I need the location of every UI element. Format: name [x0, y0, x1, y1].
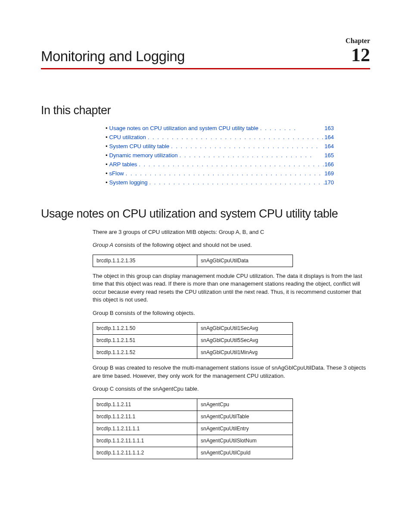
paragraph: Group C consists of the snAgentCpu table… — [93, 385, 370, 393]
toc-leader: . . . . . . . . . . . . . . . . . . . . … — [169, 143, 324, 149]
toc-leader: . . . . . . . . . . . . . . . . . . . . … — [178, 152, 325, 159]
paragraph: Group B consists of the following object… — [93, 309, 370, 317]
group-a-text: consists of the following object and sho… — [113, 242, 252, 248]
table-row: brcdIp.1.1.2.1.52 snAgGblCpuUtil1MinAvg — [93, 347, 293, 359]
toc-link[interactable]: CPU utilization — [109, 134, 146, 140]
cell-oid: brcdIp.1.1.2.11.1 — [93, 411, 197, 423]
table-row: brcdIp.1.1.2.1.51 snAgGblCpuUtil5SecAvg — [93, 335, 293, 347]
cell-oid: brcdIp.1.1.2.1.51 — [93, 335, 197, 347]
cell-oid: brcdIp.1.1.2.11 — [93, 398, 197, 411]
toc-heading: In this chapter — [41, 104, 370, 117]
bullet-icon: • — [106, 143, 108, 149]
chapter-title-row: Monitoring and Logging 12 — [41, 46, 370, 69]
cell-oid: brcdIp.1.1.2.11.1.1 — [93, 423, 197, 435]
toc-link[interactable]: ARP tables — [109, 161, 137, 168]
toc-leader: . . . . . . . . . . . . . . . . . . . . … — [146, 134, 324, 140]
cell-oid: brcdIp.1.1.2.11.1.1.1 — [93, 435, 197, 447]
toc-link[interactable]: System CPU utility table — [109, 143, 169, 149]
toc-list: • Usage notes on CPU utilization and sys… — [106, 125, 334, 186]
cell-name: snAgentCpuUtilSlotNum — [197, 435, 293, 447]
bullet-icon: • — [106, 179, 108, 186]
chapter-label: Chapter — [41, 37, 370, 45]
bullet-icon: • — [106, 170, 108, 177]
toc-leader: . . . . . . . . . . . . . . . . . . . . … — [137, 161, 324, 168]
chapter-title: Monitoring and Logging — [41, 48, 185, 65]
toc-page[interactable]: 163 — [324, 125, 334, 131]
toc-page[interactable]: 166 — [324, 161, 334, 168]
paragraph: Group A consists of the following object… — [93, 241, 370, 249]
table-row: brcdIp.1.1.2.11.1 snAgentCpuUtilTable — [93, 411, 293, 423]
section-body: There are 3 groups of CPU utilization MI… — [93, 228, 370, 459]
cell-name: snAgGblCpuUtil5SecAvg — [197, 335, 293, 347]
toc-leader: . . . . . . . . . . . . . . . . . . . . … — [124, 170, 325, 177]
toc-link[interactable]: System logging — [109, 179, 148, 186]
toc-item[interactable]: • System logging . . . . . . . . . . . .… — [106, 179, 334, 186]
toc-page[interactable]: 164 — [324, 134, 334, 140]
table-row: brcdIp.1.1.2.11.1.1.1 snAgentCpuUtilSlot… — [93, 435, 293, 447]
toc-item[interactable]: • ARP tables . . . . . . . . . . . . . .… — [106, 161, 334, 168]
toc-leader: . . . . . . . . — [258, 125, 325, 131]
chapter-number: 12 — [351, 46, 370, 65]
table-row: brcdIp.1.1.2.11.1.1 snAgentCpuUtilEntry — [93, 423, 293, 435]
cell-name: snAgentCpu — [197, 398, 293, 411]
paragraph: The object in this group can display man… — [93, 272, 370, 304]
toc-link[interactable]: Usage notes on CPU utilization and syste… — [109, 125, 258, 131]
table-group-c: brcdIp.1.1.2.11 snAgentCpu brcdIp.1.1.2.… — [93, 398, 293, 459]
cell-oid: brcdIp.1.1.2.1.50 — [93, 323, 197, 335]
cell-name: snAgentCpuUtilEntry — [197, 423, 293, 435]
section-heading: Usage notes on CPU utilization and syste… — [41, 207, 370, 221]
table-row: brcdIp.1.1.2.11 snAgentCpu — [93, 398, 293, 411]
cell-oid: brcdIp.1.1.2.1.35 — [93, 255, 197, 267]
bullet-icon: • — [106, 161, 108, 168]
toc-item[interactable]: • sFlow . . . . . . . . . . . . . . . . … — [106, 170, 334, 177]
toc-link[interactable]: sFlow — [109, 170, 124, 177]
paragraph: Group B was created to resolve the multi… — [93, 364, 370, 380]
toc-item[interactable]: • CPU utilization . . . . . . . . . . . … — [106, 134, 334, 140]
toc-page[interactable]: 165 — [324, 152, 334, 159]
cell-oid: brcdIp.1.1.2.11.1.1.2 — [93, 447, 197, 459]
table-group-a: brcdIp.1.1.2.1.35 snAgGblCpuUtilData — [93, 255, 293, 267]
cell-name: snAgentCpuUtilTable — [197, 411, 293, 423]
paragraph: There are 3 groups of CPU utilization MI… — [93, 228, 370, 236]
cell-name: snAgGblCpuUtil1MinAvg — [197, 347, 293, 359]
bullet-icon: • — [106, 125, 108, 131]
toc-item[interactable]: • Usage notes on CPU utilization and sys… — [106, 125, 334, 131]
cell-name: snAgGblCpuUtil1SecAvg — [197, 323, 293, 335]
bullet-icon: • — [106, 134, 108, 140]
bullet-icon: • — [106, 152, 108, 159]
cell-name: snAgGblCpuUtilData — [197, 255, 293, 267]
toc-leader: . . . . . . . . . . . . . . . . . . . . … — [147, 179, 324, 186]
cell-oid: brcdIp.1.1.2.1.52 — [93, 347, 197, 359]
cell-name: snAgentCpuUtilCpuId — [197, 447, 293, 459]
table-row: brcdIp.1.1.2.1.50 snAgGblCpuUtil1SecAvg — [93, 323, 293, 335]
toc-page[interactable]: 170 — [324, 179, 334, 186]
table-group-b: brcdIp.1.1.2.1.50 snAgGblCpuUtil1SecAvg … — [93, 322, 293, 359]
table-row: brcdIp.1.1.2.1.35 snAgGblCpuUtilData — [93, 255, 293, 267]
toc-link[interactable]: Dynamic memory utilization — [109, 152, 178, 159]
toc-page[interactable]: 169 — [324, 170, 334, 177]
toc-page[interactable]: 164 — [324, 143, 334, 149]
table-row: brcdIp.1.1.2.11.1.1.2 snAgentCpuUtilCpuI… — [93, 447, 293, 459]
toc-item[interactable]: • Dynamic memory utilization . . . . . .… — [106, 152, 334, 159]
toc-item[interactable]: • System CPU utility table . . . . . . .… — [106, 143, 334, 149]
group-a-label: Group A — [93, 242, 113, 248]
